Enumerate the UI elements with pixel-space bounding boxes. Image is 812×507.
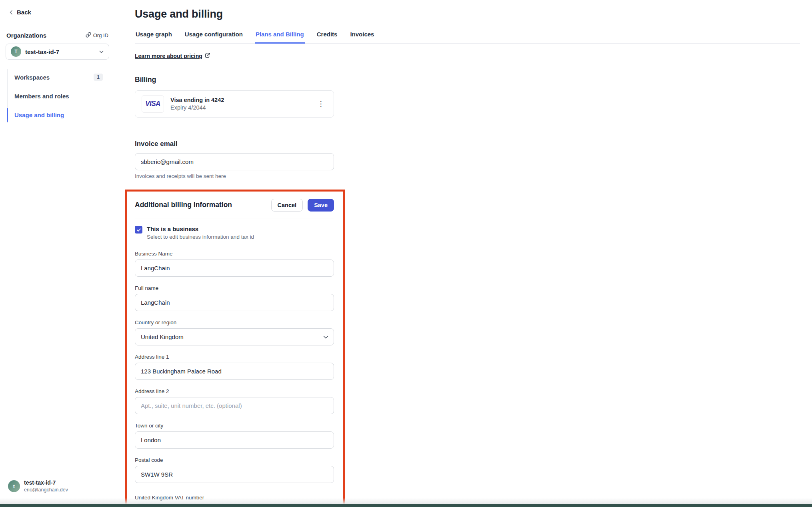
- sidebar-item-members-and-roles[interactable]: Members and roles: [8, 89, 108, 103]
- card-expiry: Expiry 4/2044: [170, 104, 308, 111]
- tab-usage-configuration[interactable]: Usage configuration: [184, 31, 244, 44]
- invoice-email-heading: Invoice email: [135, 140, 334, 148]
- card-description: Visa ending in 4242: [170, 97, 308, 103]
- vat-number-label: United Kingdom VAT number: [135, 495, 334, 501]
- sidebar: Back Organizations Org ID T test-tax-id-…: [0, 0, 115, 507]
- user-avatar: t: [8, 480, 20, 492]
- business-checkbox-helper: Select to edit business information and …: [147, 234, 254, 240]
- payment-method-card: VISA Visa ending in 4242 Expiry 4/2044 ⋮: [135, 90, 334, 118]
- visa-logo: VISA: [142, 95, 164, 113]
- back-label: Back: [17, 9, 31, 16]
- country-select[interactable]: [135, 328, 334, 345]
- invoice-email-input[interactable]: [135, 153, 334, 170]
- org-selector-name: test-tax-id-7: [25, 48, 95, 55]
- organization-selector[interactable]: T test-tax-id-7: [6, 44, 109, 60]
- org-avatar: T: [11, 46, 21, 57]
- town-or-city-input[interactable]: [135, 431, 334, 449]
- tab-invoices[interactable]: Invoices: [349, 31, 375, 44]
- org-id-button[interactable]: Org ID: [86, 32, 108, 39]
- billing-heading: Billing: [135, 76, 334, 84]
- invoice-email-helper: Invoices and receipts will be sent here: [135, 173, 334, 179]
- page-title: Usage and billing: [135, 8, 800, 20]
- pricing-link[interactable]: Learn more about pricing: [135, 52, 210, 59]
- sidebar-item-label: Usage and billing: [14, 112, 64, 118]
- external-link-icon: [205, 52, 210, 59]
- address-line-2-label: Address line 2: [135, 388, 334, 394]
- chevron-down-icon: [99, 49, 104, 54]
- business-name-label: Business Name: [135, 251, 334, 257]
- user-menu[interactable]: t test-tax-id-7 eric@langchain.dev: [0, 479, 115, 507]
- address-line-1-input[interactable]: [135, 363, 334, 380]
- sidebar-nav: Workspaces 1 Members and roles Usage and…: [7, 69, 115, 123]
- additional-billing-info-heading: Additional billing information: [135, 201, 232, 209]
- kebab-menu-icon[interactable]: ⋮: [315, 98, 327, 109]
- postal-code-label: Postal code: [135, 457, 334, 463]
- town-or-city-label: Town or city: [135, 423, 334, 429]
- user-name: test-tax-id-7: [24, 479, 68, 487]
- business-name-input[interactable]: [135, 259, 334, 277]
- full-name-label: Full name: [135, 285, 334, 291]
- cancel-button[interactable]: Cancel: [271, 199, 303, 212]
- workspaces-count-badge: 1: [94, 74, 103, 81]
- address-line-1-label: Address line 1: [135, 354, 334, 360]
- link-icon: [86, 32, 91, 39]
- tab-credits[interactable]: Credits: [316, 31, 338, 44]
- back-button[interactable]: Back: [0, 0, 115, 23]
- chevron-left-icon: [9, 10, 14, 15]
- sidebar-item-usage-and-billing[interactable]: Usage and billing: [8, 108, 108, 122]
- address-line-2-input[interactable]: [135, 397, 334, 414]
- settings-app: Back Organizations Org ID T test-tax-id-…: [0, 0, 812, 507]
- sidebar-item-workspaces[interactable]: Workspaces 1: [8, 70, 108, 84]
- full-name-input[interactable]: [135, 294, 334, 311]
- sidebar-item-label: Members and roles: [14, 93, 69, 100]
- tab-usage-graph[interactable]: Usage graph: [135, 31, 173, 44]
- window-bottom-edge: [0, 504, 812, 507]
- org-id-label: Org ID: [93, 32, 108, 38]
- postal-code-input[interactable]: [135, 466, 334, 483]
- organizations-heading: Organizations: [6, 32, 46, 39]
- sidebar-item-label: Workspaces: [14, 74, 50, 81]
- pricing-link-label: Learn more about pricing: [135, 53, 202, 59]
- business-checkbox-label: This is a business: [147, 226, 254, 232]
- additional-billing-info-section: Additional billing information Cancel Sa…: [125, 190, 345, 507]
- save-button[interactable]: Save: [308, 199, 334, 212]
- user-email: eric@langchain.dev: [24, 487, 68, 493]
- tab-bar: Usage graph Usage configuration Plans an…: [135, 31, 800, 44]
- business-checkbox[interactable]: [135, 226, 142, 234]
- main-content: Usage and billing Usage graph Usage conf…: [115, 0, 812, 507]
- tab-plans-and-billing[interactable]: Plans and Billing: [255, 31, 305, 44]
- country-label: Country or region: [135, 319, 334, 325]
